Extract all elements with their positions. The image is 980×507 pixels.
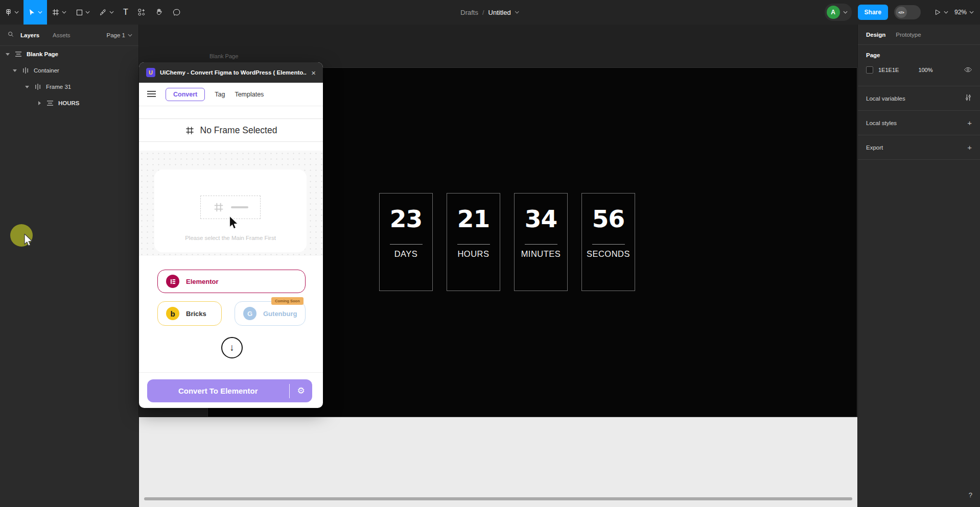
elementor-logo-icon	[166, 275, 179, 288]
tab-assets[interactable]: Assets	[53, 32, 71, 38]
avatar[interactable]: A	[827, 6, 840, 19]
shape-tool-button[interactable]	[71, 0, 95, 25]
layer-row-hours[interactable]: HOURS	[0, 95, 138, 111]
chevron-down-icon	[969, 11, 974, 14]
chevron-down-icon	[85, 11, 90, 14]
color-swatch[interactable]	[866, 66, 873, 74]
tab-layers[interactable]: Layers	[20, 32, 39, 38]
layer-row-frame-31[interactable]: Frame 31	[0, 79, 138, 95]
tab-design[interactable]: Design	[866, 32, 885, 38]
export-section[interactable]: Export +	[858, 135, 980, 160]
design-panel: Design Prototype Page 1E1E1E 100% Local …	[857, 25, 980, 507]
expand-chevron-icon[interactable]	[24, 85, 31, 88]
countdown-unit: DAYS	[394, 249, 418, 259]
countdown-card-hours[interactable]: 21 HOURS	[447, 193, 500, 291]
tab-prototype[interactable]: Prototype	[896, 32, 921, 38]
countdown-card-seconds[interactable]: 56 SECONDS	[581, 193, 635, 291]
page-section-title: Page	[866, 52, 972, 58]
menu-icon[interactable]	[147, 90, 156, 99]
arrow-down-icon: ↓	[229, 342, 235, 353]
design-panel-tabs: Design Prototype	[858, 25, 980, 45]
countdown-unit: SECONDS	[587, 249, 630, 259]
layer-row-blank-page[interactable]: Blank Page	[0, 46, 138, 62]
opacity-value[interactable]: 100%	[918, 67, 932, 73]
frame-label[interactable]: Blank Page	[209, 53, 238, 59]
pen-icon	[99, 8, 107, 16]
layer-name: Blank Page	[27, 51, 58, 57]
add-icon[interactable]: +	[967, 143, 972, 152]
pen-tool-button[interactable]	[95, 0, 119, 25]
local-variables-section[interactable]: Local variables	[858, 86, 980, 111]
layer-row-container[interactable]: Container	[0, 62, 138, 79]
comment-icon	[172, 8, 180, 16]
toolbar-right-group: A Share </> 92%	[825, 0, 974, 25]
divider	[457, 244, 490, 245]
frame-tool-button[interactable]	[47, 0, 71, 25]
divider	[592, 244, 625, 245]
countdown-card-days[interactable]: 23 DAYS	[379, 193, 433, 291]
target-label: Gutenburg	[263, 310, 297, 318]
add-icon[interactable]: +	[967, 118, 972, 127]
play-icon	[934, 9, 941, 16]
target-label: Elementor	[186, 278, 219, 285]
actions-button[interactable]	[133, 0, 150, 25]
local-styles-section[interactable]: Local styles +	[858, 111, 980, 135]
page-section: Page 1E1E1E 100%	[858, 45, 980, 86]
plugin-dialog-header[interactable]: U UiChemy - Convert Figma to WordPress (…	[139, 62, 323, 83]
tab-tag[interactable]: Tag	[215, 91, 225, 98]
canvas-lower-section	[139, 417, 857, 507]
main-menu-button[interactable]	[0, 0, 24, 25]
tab-templates[interactable]: Templates	[235, 91, 264, 98]
gutenburg-target-button[interactable]: G Gutenburg	[235, 301, 306, 326]
auto-layout-vertical-icon	[46, 100, 54, 106]
settings-button[interactable]: ⚙	[290, 385, 312, 396]
hand-tool-button[interactable]	[150, 0, 168, 25]
countdown-value: 34	[525, 205, 557, 233]
plugin-dialog-title: UiChemy - Convert Figma to WordPress ( E…	[160, 69, 307, 76]
text-tool-button[interactable]: T	[119, 0, 133, 25]
bricks-target-button[interactable]: b Bricks	[157, 301, 222, 326]
countdown-value: 21	[457, 205, 489, 233]
breadcrumb-filename[interactable]: Untitled	[488, 9, 511, 16]
breadcrumb: Drafts / Untitled	[460, 0, 519, 25]
countdown-card-minutes[interactable]: 34 MINUTES	[514, 193, 568, 291]
countdown-unit: HOURS	[457, 249, 489, 259]
gear-icon: ⚙	[297, 385, 305, 396]
breadcrumb-folder[interactable]: Drafts	[460, 9, 478, 16]
help-button[interactable]: ?	[969, 491, 972, 499]
elementor-target-button[interactable]: Elementor	[157, 270, 306, 293]
search-icon[interactable]	[7, 31, 14, 40]
visibility-toggle[interactable]	[964, 65, 972, 75]
color-hex-value[interactable]: 1E1E1E	[878, 67, 899, 73]
tab-convert[interactable]: Convert	[166, 88, 205, 101]
chevron-down-icon	[843, 11, 848, 14]
close-icon[interactable]: ×	[311, 68, 316, 77]
target-label: Bricks	[186, 310, 206, 318]
section-title: Local styles	[866, 120, 897, 126]
frame-icon	[52, 8, 60, 16]
present-button[interactable]	[934, 9, 948, 16]
auto-layout-horizontal-icon	[34, 84, 42, 90]
page-selector[interactable]: Page 1	[107, 32, 132, 38]
mouse-cursor	[229, 216, 240, 229]
move-tool-button[interactable]	[24, 0, 47, 25]
expand-chevron-icon[interactable]	[11, 69, 18, 72]
bricks-logo-icon: b	[166, 307, 179, 320]
chevron-down-icon[interactable]	[515, 11, 520, 14]
collapse-chevron-icon[interactable]	[36, 101, 43, 105]
chevron-down-icon	[14, 11, 19, 14]
variables-icon[interactable]	[965, 94, 972, 103]
convert-to-elementor-button[interactable]: Convert To Elementor ⚙	[147, 379, 312, 402]
figma-logo-icon	[5, 8, 12, 17]
horizontal-scrollbar[interactable]	[144, 497, 852, 500]
account-menu[interactable]: A	[825, 4, 852, 21]
section-title: Local variables	[866, 95, 905, 102]
expand-chevron-icon[interactable]	[4, 53, 11, 56]
share-button[interactable]: Share	[858, 5, 888, 20]
scroll-down-button[interactable]: ↓	[221, 337, 243, 358]
zoom-menu[interactable]: 92%	[954, 9, 974, 16]
figma-app: T Drafts / U	[0, 0, 980, 507]
dev-mode-toggle[interactable]: </>	[894, 5, 921, 19]
chevron-down-icon	[944, 11, 948, 14]
comment-tool-button[interactable]	[168, 0, 185, 25]
